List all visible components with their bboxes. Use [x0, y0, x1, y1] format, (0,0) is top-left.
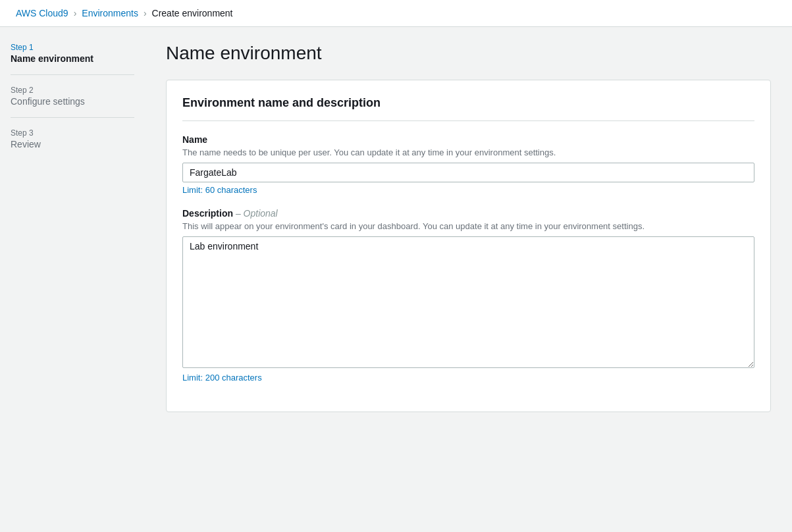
- breadcrumb-separator-2: ›: [144, 8, 147, 18]
- step-2-label: Configure settings: [11, 96, 134, 107]
- step-3-label: Review: [11, 139, 134, 149]
- step-1-label: Name environment: [11, 53, 134, 64]
- name-description: The name needs to be unique per user. Yo…: [182, 147, 754, 157]
- breadcrumb-current: Create environment: [152, 8, 233, 18]
- name-limit: Limit: 60 characters: [182, 185, 754, 195]
- breadcrumb-environments[interactable]: Environments: [82, 8, 138, 18]
- step-1-number: Step 1: [11, 43, 134, 52]
- description-help: This will appear on your environment's c…: [182, 221, 754, 231]
- sidebar: Step 1 Name environment Step 2 Configure…: [0, 27, 145, 527]
- description-label: Description: [182, 208, 233, 219]
- card-title: Environment name and description: [182, 96, 754, 121]
- step-2-number: Step 2: [11, 86, 134, 95]
- description-field: Description – Optional This will appear …: [182, 208, 754, 383]
- page-title: Name environment: [166, 43, 771, 64]
- footer-buttons: Cancel Next step: [0, 527, 792, 532]
- form-card: Environment name and description Name Th…: [166, 80, 771, 412]
- sidebar-step-1: Step 1 Name environment: [11, 43, 134, 75]
- content-area: Name environment Environment name and de…: [145, 27, 792, 527]
- sidebar-step-2: Step 2 Configure settings: [11, 86, 134, 118]
- breadcrumb-cloud9[interactable]: AWS Cloud9: [16, 8, 68, 18]
- sidebar-step-3: Step 3 Review: [11, 128, 134, 160]
- breadcrumb-separator-1: ›: [74, 8, 77, 18]
- description-textarea[interactable]: [182, 236, 754, 368]
- description-limit: Limit: 200 characters: [182, 373, 754, 383]
- main-layout: Step 1 Name environment Step 2 Configure…: [0, 27, 792, 527]
- description-optional: – Optional: [236, 208, 278, 219]
- name-input[interactable]: [182, 163, 754, 182]
- name-label: Name: [182, 134, 207, 145]
- breadcrumb: AWS Cloud9 › Environments › Create envir…: [0, 0, 792, 27]
- name-field: Name The name needs to be unique per use…: [182, 134, 754, 195]
- step-3-number: Step 3: [11, 128, 134, 138]
